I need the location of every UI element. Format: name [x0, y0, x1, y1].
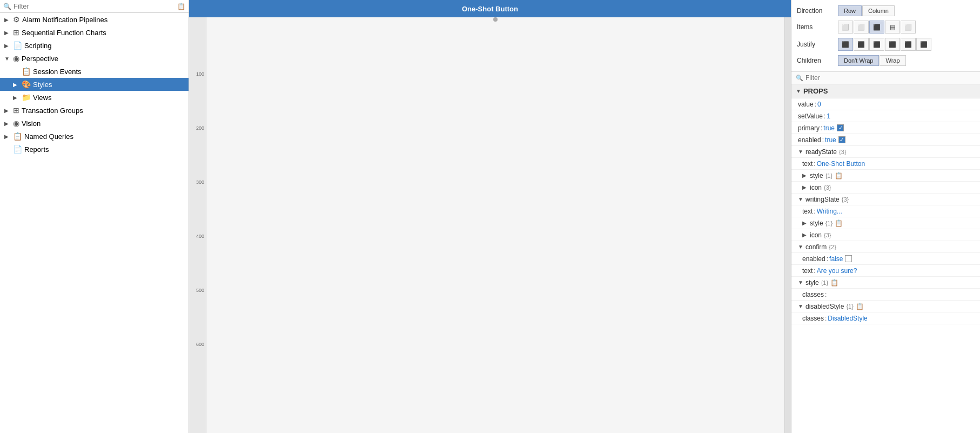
prop-count-8: {3}: [842, 196, 849, 203]
sidebar-item-scripting[interactable]: ▶📄Scripting: [0, 39, 189, 52]
sidebar-item-perspective[interactable]: ▼◉Perspective: [0, 52, 189, 65]
props-filter-input[interactable]: [806, 74, 976, 82]
prop-checkbox-13[interactable]: [845, 255, 852, 262]
prop-key-1: setValue: [798, 112, 823, 120]
canvas-main[interactable]: [206, 17, 784, 433]
scripting-icon: 📄: [13, 41, 22, 50]
canvas-resize-handle[interactable]: [493, 17, 498, 22]
prop-key-14: text: [802, 267, 813, 275]
prop-note-10[interactable]: 📋: [835, 219, 843, 227]
items-btn-5[interactable]: ⬜: [901, 21, 916, 34]
sidebar-item-reports[interactable]: 📄Reports: [0, 143, 189, 156]
prop-row-7[interactable]: ▶icon {3}: [791, 182, 980, 194]
prop-row-18: classes:DisabledStyle: [791, 312, 980, 324]
direction-label: Direction: [797, 7, 835, 15]
alarm-pipelines-label: Alarm Notification Pipelines: [22, 16, 184, 24]
prop-row-13: enabled:false: [791, 253, 980, 265]
transaction-groups-arrow: ▶: [4, 108, 11, 114]
prop-note-17[interactable]: 📋: [856, 303, 864, 310]
sidebar-item-named-queries[interactable]: ▶📋Named Queries: [0, 130, 189, 143]
items-label: Items: [797, 23, 835, 31]
prop-checkbox-3[interactable]: [838, 136, 845, 143]
prop-row-15[interactable]: ▼style {1}📋: [791, 277, 980, 289]
justify-btn-1[interactable]: ⬛: [838, 38, 853, 51]
direction-row-btn[interactable]: Row: [838, 5, 862, 16]
props-header[interactable]: PROPS: [791, 84, 980, 98]
session-events-label: Session Events: [33, 68, 184, 76]
prop-arrow-6: ▶: [802, 172, 810, 178]
sidebar-item-transaction-groups[interactable]: ▶⊞Transaction Groups: [0, 104, 189, 117]
prop-row-11[interactable]: ▶icon {3}: [791, 229, 980, 241]
styles-icon: 🎨: [22, 80, 31, 89]
prop-colon-18: :: [825, 315, 827, 322]
sidebar-clear-icon[interactable]: 📋: [177, 3, 185, 10]
styles-arrow: ▶: [13, 82, 19, 88]
sidebar-item-alarm-pipelines[interactable]: ▶⚙Alarm Notification Pipelines: [0, 13, 189, 26]
prop-row-6[interactable]: ▶style {1}📋: [791, 170, 980, 182]
prop-row-8[interactable]: ▼writingState {3}: [791, 194, 980, 205]
prop-val-1: 1: [827, 112, 830, 120]
prop-arrow-17: ▼: [798, 303, 806, 309]
vision-arrow: ▶: [4, 121, 11, 126]
session-events-icon: 📋: [22, 67, 31, 76]
prop-note-15[interactable]: 📋: [830, 279, 838, 287]
props-section-label: PROPS: [803, 87, 828, 95]
prop-arrow-11: ▶: [802, 232, 810, 238]
prop-row-4[interactable]: ▼readyState {3}: [791, 146, 980, 158]
justify-btn-2[interactable]: ⬛: [854, 38, 869, 51]
props-list: value:0setValue:1primary:trueenabled:tru…: [791, 98, 980, 324]
items-btn-3[interactable]: ⬛: [869, 21, 884, 34]
items-row: Items ⬜ ⬜ ⬛ ▤ ⬜: [791, 18, 980, 36]
direction-col-btn[interactable]: Column: [862, 5, 895, 16]
items-btn-2[interactable]: ⬜: [854, 21, 869, 34]
prop-count-11: {3}: [824, 232, 831, 238]
prop-row-12[interactable]: ▼confirm {2}: [791, 241, 980, 253]
children-label: Children: [797, 57, 835, 64]
views-label: Views: [33, 94, 184, 102]
prop-row-16: classes:: [791, 289, 980, 301]
ruler-mark-600: 600: [189, 342, 206, 347]
items-btn-1[interactable]: ⬜: [838, 21, 853, 34]
prop-count-7: {3}: [824, 184, 831, 191]
ruler-left: 100200300400500600: [189, 17, 206, 433]
children-wrap-btn[interactable]: Wrap: [880, 55, 905, 66]
sidebar-filter-input[interactable]: [14, 2, 175, 10]
prop-key-0: value: [798, 101, 814, 108]
children-btn-group: Don't Wrap Wrap: [838, 55, 906, 66]
scripting-arrow: ▶: [4, 43, 11, 49]
direction-btn-group: Row Column: [838, 5, 895, 16]
vision-icon: ◉: [13, 119, 19, 128]
justify-btn-5[interactable]: ⬛: [901, 38, 916, 51]
prop-colon-3: :: [822, 136, 824, 144]
prop-key-2: primary: [798, 124, 820, 132]
named-queries-arrow: ▶: [4, 134, 11, 139]
sequential-function-charts-arrow: ▶: [4, 30, 11, 36]
prop-arrow-15: ▼: [798, 279, 806, 285]
prop-key-7: icon: [810, 184, 822, 191]
items-btn-4[interactable]: ▤: [885, 21, 900, 34]
prop-count-17: {1}: [846, 303, 853, 310]
justify-btn-4[interactable]: ⬛: [885, 38, 900, 51]
prop-key-9: text: [802, 208, 813, 215]
sidebar-item-session-events[interactable]: 📋Session Events: [0, 65, 189, 78]
prop-row-5: text:One-Shot Button: [791, 158, 980, 170]
justify-btn-6[interactable]: ⬛: [916, 38, 931, 51]
justify-label: Justify: [797, 41, 835, 48]
prop-note-6[interactable]: 📋: [835, 172, 843, 179]
prop-row-17[interactable]: ▼disabledStyle {1}📋: [791, 301, 980, 312]
vertical-scrollbar[interactable]: [784, 17, 791, 433]
prop-checkbox-2[interactable]: [837, 124, 844, 131]
sidebar-item-vision[interactable]: ▶◉Vision: [0, 117, 189, 130]
sidebar-item-sequential-function-charts[interactable]: ▶⊞Sequential Function Charts: [0, 26, 189, 39]
justify-btn-3[interactable]: ⬛: [869, 38, 884, 51]
children-dontwrap-btn[interactable]: Don't Wrap: [838, 55, 879, 66]
prop-key-16: classes: [802, 291, 824, 298]
prop-colon-9: :: [814, 208, 815, 215]
prop-arrow-10: ▶: [802, 220, 810, 226]
views-arrow: ▶: [13, 95, 19, 101]
prop-row-10[interactable]: ▶style {1}📋: [791, 217, 980, 229]
sidebar-item-views[interactable]: ▶📁Views: [0, 91, 189, 104]
prop-val-14: Are you sure?: [817, 267, 857, 275]
children-row: Children Don't Wrap Wrap: [791, 53, 980, 68]
sidebar-item-styles[interactable]: ▶🎨Styles: [0, 78, 189, 91]
